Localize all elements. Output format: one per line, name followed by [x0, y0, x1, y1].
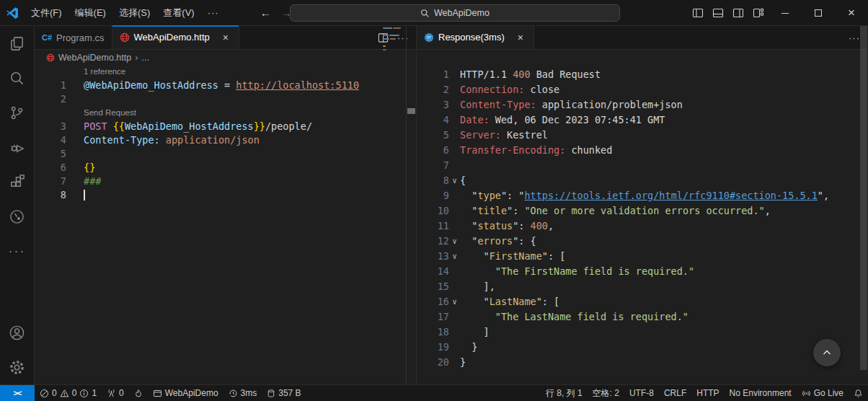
code-line[interactable]: 14 "The FirstName field is required."	[417, 264, 867, 279]
code-line[interactable]: 1@WebApiDemo_HostAddress = http://localh…	[35, 79, 416, 92]
code-text: @WebApiDemo_HostAddress = http://localho…	[84, 79, 416, 92]
fold-gutter	[449, 325, 460, 340]
customize-layout-icon[interactable]	[748, 0, 769, 26]
code-line[interactable]: 13∨ "FirstName": [	[417, 249, 867, 264]
toggle-secondary-sidebar-icon[interactable]	[728, 0, 748, 26]
fold-chevron-icon[interactable]: ∨	[449, 294, 460, 309]
code-line[interactable]: 6Transfer-Encoding: chunked	[417, 143, 867, 158]
code-line[interactable]: 20}	[417, 355, 867, 370]
encoding-indicator[interactable]: UTF-8	[624, 385, 659, 401]
code-line[interactable]: 7###	[35, 175, 416, 188]
tab-webapidemo-http[interactable]: WebApiDemo.http ×	[112, 26, 239, 49]
code-line[interactable]: 5Server: Kestrel	[417, 128, 867, 143]
eol-indicator[interactable]: CRLF	[659, 385, 691, 401]
code-text: {}	[84, 161, 416, 175]
code-line[interactable]: 3Content-Type: application/problem+json	[417, 97, 867, 113]
menu-file[interactable]: 文件(F)	[25, 4, 68, 22]
code-line[interactable]: 7	[417, 158, 867, 173]
close-tab-icon[interactable]: ×	[220, 32, 231, 43]
code-line[interactable]: 17 "The LastName field is required."	[417, 309, 867, 325]
code-line[interactable]: 1HTTP/1.1 400 Bad Request	[417, 67, 867, 82]
fold-chevron-icon[interactable]: ∨	[449, 173, 460, 188]
fold-chevron-icon[interactable]: ∨	[449, 249, 460, 264]
go-live-button[interactable]: Go Live	[797, 385, 849, 401]
left-editor-scrollbar[interactable]	[406, 26, 416, 384]
minimize-button[interactable]: ─	[769, 0, 802, 26]
http-response-editor[interactable]: 1HTTP/1.1 400 Bad Request2Connection: cl…	[417, 50, 867, 384]
code-text: "type": "https://tools.ietf.org/html/rfc…	[460, 188, 867, 203]
settings-gear-icon[interactable]	[0, 350, 34, 384]
line-number: 7	[417, 158, 449, 173]
code-line[interactable]: 2Connection: close	[417, 82, 867, 97]
extensions-icon[interactable]	[0, 164, 34, 199]
close-window-button[interactable]: ×	[835, 0, 868, 26]
codelens-line[interactable]: 1 reference	[35, 65, 416, 79]
code-line[interactable]: 12∨ "errors": {	[417, 234, 867, 249]
rest-client-icon[interactable]	[0, 199, 34, 234]
search-view-icon[interactable]	[0, 61, 34, 95]
command-center-search[interactable]: WebApiDemo	[290, 4, 620, 22]
csharp-icon: C#	[42, 33, 52, 42]
code-line[interactable]: 18 ]	[417, 325, 867, 340]
response-size-indicator[interactable]: 357 B	[262, 385, 306, 401]
code-line[interactable]: 5	[35, 147, 416, 161]
explorer-icon[interactable]	[0, 26, 34, 61]
codelens-line[interactable]: Send Request	[35, 106, 416, 120]
problems-indicator[interactable]: 0 0 1	[35, 385, 102, 401]
fold-gutter	[449, 113, 460, 128]
menu-more-icon[interactable]: ···	[201, 4, 226, 21]
breadcrumb[interactable]: WebApiDemo.http › ...	[35, 50, 416, 65]
source-control-icon[interactable]	[0, 95, 34, 130]
close-tab-icon[interactable]: ×	[515, 32, 526, 43]
response-time-indicator[interactable]: 3ms	[223, 385, 262, 401]
tab-program-cs[interactable]: C# Program.cs	[35, 26, 112, 49]
code-line[interactable]: 16∨ "LastName": [	[417, 294, 867, 309]
minimap[interactable]	[383, 27, 404, 53]
menu-view[interactable]: 查看(V)	[156, 4, 200, 22]
code-line[interactable]: 2	[35, 92, 416, 106]
cursor-position-indicator[interactable]: 行 8, 列 1	[541, 385, 588, 401]
scrollbar-thumb[interactable]	[407, 108, 415, 114]
scroll-to-top-button[interactable]	[813, 339, 841, 366]
project-indicator[interactable]: WebApiDemo	[148, 385, 223, 401]
remote-indicator[interactable]: ><	[0, 385, 35, 401]
menu-edit[interactable]: 编辑(E)	[68, 4, 112, 22]
code-line[interactable]: 10 "title": "One or more validation erro…	[417, 203, 867, 219]
breadcrumb-file[interactable]: WebApiDemo.http	[58, 53, 131, 63]
maximize-button[interactable]	[802, 0, 835, 26]
codelens-link[interactable]: Send Request	[66, 106, 136, 120]
http-request-editor[interactable]: 1 reference1@WebApiDemo_HostAddress = ht…	[35, 65, 416, 384]
language-mode-indicator[interactable]: HTTP	[691, 385, 724, 401]
code-line[interactable]: 8	[35, 188, 416, 202]
code-line[interactable]: 6{}	[35, 161, 416, 175]
line-number: 2	[35, 92, 66, 106]
go-back-icon[interactable]: ←	[260, 6, 271, 19]
notifications-bell-icon[interactable]	[849, 385, 868, 401]
code-line[interactable]: 3POST {{WebApiDemo_HostAddress}}/people/	[35, 120, 416, 133]
menu-selection[interactable]: 选择(S)	[112, 4, 156, 22]
ports-indicator[interactable]: 0	[102, 385, 129, 401]
more-views-icon[interactable]: ···	[0, 234, 34, 268]
right-editor-scrollbar[interactable]	[860, 26, 867, 384]
environment-indicator[interactable]: No Environment	[725, 385, 797, 401]
accounts-icon[interactable]	[0, 315, 34, 350]
toggle-primary-sidebar-icon[interactable]	[688, 0, 708, 26]
code-line[interactable]: 19 }	[417, 340, 867, 355]
breadcrumb-symbol[interactable]: ...	[142, 53, 149, 63]
code-line[interactable]: 8∨{	[417, 173, 867, 188]
code-line[interactable]: 4Date: Wed, 06 Dec 2023 07:45:41 GMT	[417, 113, 867, 128]
code-line[interactable]: 9 "type": "https://tools.ietf.org/html/r…	[417, 188, 867, 203]
fold-chevron-icon[interactable]: ∨	[449, 234, 460, 249]
hot-reload-indicator[interactable]	[129, 385, 148, 401]
scrollbar-thumb[interactable]	[860, 26, 867, 370]
toggle-panel-icon[interactable]	[708, 0, 728, 26]
code-line[interactable]: 15 ],	[417, 279, 867, 294]
tab-response[interactable]: Response(3ms) ×	[417, 26, 534, 49]
codelens-link[interactable]: 1 reference	[66, 65, 125, 79]
line-number: 6	[417, 143, 449, 158]
run-debug-icon[interactable]	[0, 130, 34, 164]
code-line[interactable]: 4Content-Type: application/json	[35, 133, 416, 147]
indentation-indicator[interactable]: 空格: 2	[588, 385, 624, 401]
code-line[interactable]: 11 "status": 400,	[417, 219, 867, 234]
radio-tower-icon	[107, 389, 116, 398]
